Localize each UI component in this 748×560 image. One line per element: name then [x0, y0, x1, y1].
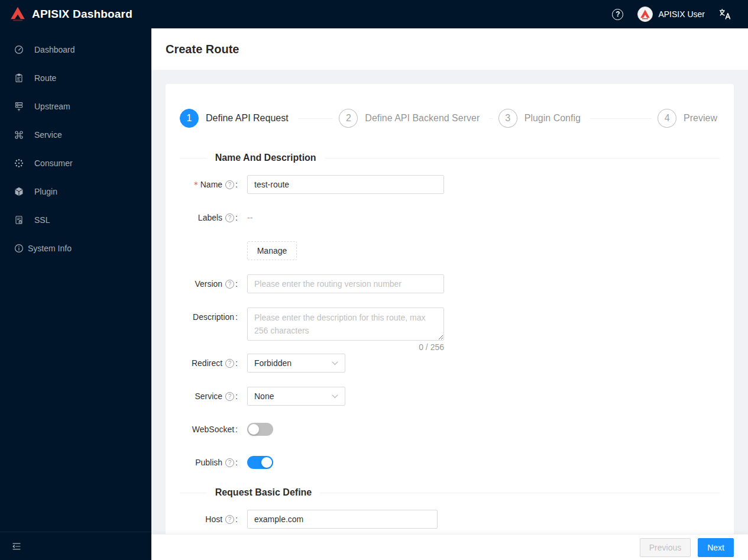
service-label: Service ? :: [180, 387, 242, 406]
sidebar: Dashboard Route Upstream: [0, 28, 151, 560]
consumer-icon: [14, 158, 24, 168]
divider-line: [180, 158, 207, 158]
step-number: 1: [180, 109, 199, 128]
sidebar-item-label: SSL: [34, 215, 50, 225]
service-help-icon[interactable]: ?: [225, 392, 234, 401]
form-row-publish: Publish ? :: [180, 453, 720, 472]
websocket-toggle[interactable]: [247, 423, 273, 436]
step-title: Define API Backend Server: [362, 113, 482, 124]
section-name-and-description: Name And Description: [180, 151, 720, 164]
create-route-card: 1 Define API Request 2 Define API Backen…: [166, 84, 734, 560]
previous-button[interactable]: Previous: [640, 538, 691, 557]
next-button[interactable]: Next: [698, 538, 734, 557]
system-info-icon: [14, 244, 24, 253]
language-switch-icon[interactable]: [719, 8, 731, 21]
name-input[interactable]: [247, 175, 444, 194]
page-header: Create Route: [151, 28, 748, 70]
help-icon[interactable]: ?: [612, 9, 623, 20]
step-plugin-config: 3 Plugin Config: [498, 109, 658, 128]
app-logo-area[interactable]: APISIX Dashboard: [0, 6, 151, 22]
step-connector: [298, 118, 333, 119]
form-row-service: Service ? : None: [180, 387, 720, 406]
sidebar-item-label: Service: [34, 130, 62, 140]
route-icon: [14, 73, 24, 83]
apisix-logo-icon: [9, 6, 26, 22]
step-number: 4: [658, 109, 676, 128]
step-title: Define API Request: [203, 113, 291, 124]
plugin-icon: [14, 187, 24, 196]
form-row-host: Host ? :: [180, 510, 720, 529]
service-select-value: None: [254, 391, 332, 401]
labels-help-icon[interactable]: ?: [225, 213, 234, 222]
form-row-redirect: Redirect ? : Forbidden: [180, 354, 720, 373]
sidebar-item-label: Plugin: [34, 187, 57, 196]
sidebar-item-label: Consumer: [34, 158, 73, 168]
footer-toolbar: Previous Next: [151, 534, 748, 560]
step-title: Preview: [681, 113, 720, 124]
version-input[interactable]: [247, 274, 444, 293]
sidebar-item-system-info[interactable]: System Info: [0, 237, 151, 260]
labels-label: Labels ? :: [180, 208, 242, 227]
host-input[interactable]: [247, 510, 438, 529]
host-label: Host ? :: [180, 510, 242, 529]
version-help-icon[interactable]: ?: [225, 280, 234, 289]
section-request-basic-define: Request Basic Define: [180, 486, 720, 499]
divider-line: [325, 158, 720, 158]
divider-line: [320, 493, 720, 493]
top-header: APISIX Dashboard ? APISIX User: [0, 0, 748, 28]
publish-toggle[interactable]: [247, 456, 273, 469]
sidebar-item-ssl[interactable]: SSL: [0, 208, 151, 232]
manage-labels-button[interactable]: Manage: [247, 241, 297, 260]
name-label: * Name ? :: [180, 175, 242, 194]
app-title: APISIX Dashboard: [32, 8, 132, 21]
page-title: Create Route: [166, 43, 239, 56]
sidebar-item-plugin[interactable]: Plugin: [0, 180, 151, 203]
chevron-down-icon: [332, 361, 338, 365]
sidebar-item-route[interactable]: Route: [0, 66, 151, 90]
name-help-icon[interactable]: ?: [225, 180, 234, 189]
chevron-down-icon: [332, 394, 338, 399]
section-title: Name And Description: [207, 153, 325, 163]
description-textarea[interactable]: [247, 307, 444, 341]
step-define-api-backend-server: 2 Define API Backend Server: [339, 109, 498, 128]
user-avatar: [637, 7, 653, 22]
redirect-help-icon[interactable]: ?: [225, 359, 234, 368]
divider-line: [180, 493, 207, 493]
step-define-api-request: 1 Define API Request: [180, 109, 339, 128]
step-number: 2: [339, 109, 358, 128]
sidebar-menu: Dashboard Route Upstream: [0, 28, 151, 532]
user-menu[interactable]: APISIX User: [637, 7, 705, 22]
publish-help-icon[interactable]: ?: [225, 458, 234, 467]
publish-label: Publish ? :: [180, 453, 242, 472]
upstream-icon: [14, 102, 24, 111]
form-row-version: Version ? :: [180, 274, 720, 293]
host-help-icon[interactable]: ?: [225, 515, 234, 524]
redirect-select-value: Forbidden: [254, 358, 332, 368]
section-title: Request Basic Define: [207, 487, 320, 498]
sidebar-item-consumer[interactable]: Consumer: [0, 151, 151, 175]
sidebar-item-upstream[interactable]: Upstream: [0, 95, 151, 118]
main-area: Create Route 1 Define API Request 2 Defi…: [151, 28, 748, 560]
sidebar-item-dashboard[interactable]: Dashboard: [0, 38, 151, 61]
service-icon: [14, 130, 24, 140]
form-row-websocket: WebSocket :: [180, 420, 720, 439]
step-title: Plugin Config: [522, 113, 583, 124]
redirect-select[interactable]: Forbidden: [247, 354, 345, 373]
sidebar-item-service[interactable]: Service: [0, 123, 151, 147]
version-label: Version ? :: [180, 274, 242, 293]
description-label: Description :: [180, 307, 242, 326]
sidebar-item-label: Dashboard: [34, 45, 75, 54]
form-row-description: Description : 0 / 256: [180, 307, 720, 354]
form-row-name: * Name ? :: [180, 175, 720, 194]
websocket-label: WebSocket :: [180, 420, 242, 439]
step-number: 3: [498, 109, 517, 128]
service-select[interactable]: None: [247, 387, 345, 406]
sidebar-footer: [0, 532, 151, 560]
menu-collapse-icon[interactable]: [12, 542, 21, 551]
sidebar-item-label: System Info: [28, 244, 72, 253]
form-row-labels: Labels ? : -- Manage: [180, 208, 720, 260]
step-connector: [590, 118, 652, 119]
sidebar-item-label: Route: [34, 73, 56, 83]
description-char-counter: 0 / 256: [247, 341, 444, 354]
content-area: 1 Define API Request 2 Define API Backen…: [151, 70, 748, 560]
